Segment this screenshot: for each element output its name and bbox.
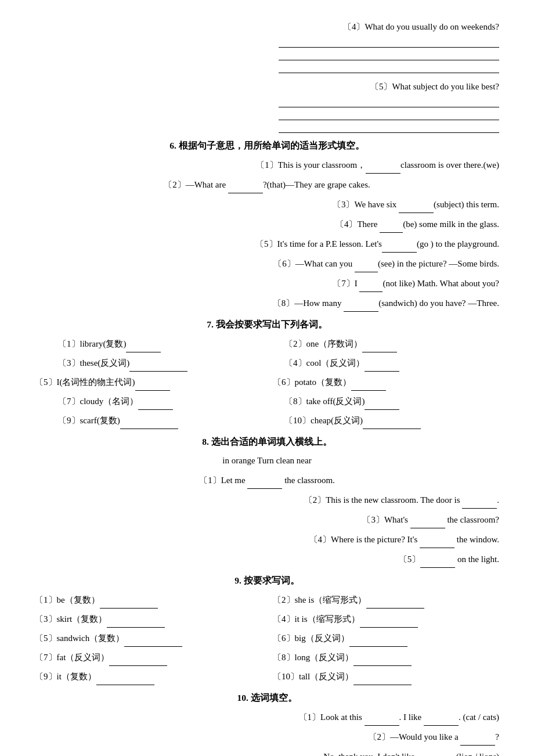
blank-7-9[interactable] xyxy=(120,411,178,429)
blank-9-9[interactable] xyxy=(96,667,154,685)
section9-item3-right: 〔6〕big（反义词） xyxy=(267,629,499,647)
section9-item1-right: 〔2〕she is（缩写形式） xyxy=(267,591,499,609)
section7-row5: 〔9〕scarf(复数) 〔10〕cheap(反义词) xyxy=(35,411,499,429)
section8-item4: 〔4〕Where is the picture? It's the window… xyxy=(35,530,499,548)
section7-item5-left: 〔9〕scarf(复数) xyxy=(35,411,279,429)
section9-item2-left: 〔3〕skirt（复数） xyxy=(35,610,267,628)
section9-item1-left: 〔1〕be（复数） xyxy=(35,591,267,609)
section9-row5: 〔9〕it（复数） 〔10〕tall（反义词） xyxy=(35,667,499,685)
section7-item3-left: 〔5〕I(名词性的物主代词) xyxy=(35,373,267,391)
section6-item6: 〔6〕—What can you (see) in the picture? —… xyxy=(35,254,499,272)
section10-item1: 〔1〕Look at this . I like . (cat / cats) xyxy=(35,708,499,726)
section7-row2: 〔3〕these(反义词) 〔4〕cool（反义词） xyxy=(35,354,499,372)
blank-8-1[interactable] xyxy=(247,471,282,489)
section6-title: 6. 根据句子意思，用所给单词的适当形式填空。 xyxy=(35,140,499,152)
q5-answer-line-1 xyxy=(279,97,499,107)
blank-10-2[interactable] xyxy=(460,728,495,746)
blank-7-7[interactable] xyxy=(138,392,173,410)
section9-row3: 〔5〕sandwich（复数） 〔6〕big（反义词） xyxy=(35,629,499,647)
q4-answer-line-3 xyxy=(279,63,499,73)
blank-6-6[interactable] xyxy=(355,254,378,272)
section10-item2b: —No, thank you. I don't like . (lion / l… xyxy=(35,747,499,756)
blank-9-8[interactable] xyxy=(353,648,412,666)
section6-item7: 〔7〕I (not like) Math. What about you? xyxy=(35,274,499,292)
blank-10-1b[interactable] xyxy=(424,708,459,726)
blank-9-4[interactable] xyxy=(360,610,418,628)
section6-block: 6. 根据句子意思，用所给单词的适当形式填空。 〔1〕This is your … xyxy=(35,140,499,312)
section6-item3: 〔3〕We have six (subject) this term. xyxy=(35,195,499,213)
blank-6-8[interactable] xyxy=(344,294,378,312)
section7-title: 7. 我会按要求写出下列各词。 xyxy=(35,319,499,331)
section6-item5: 〔5〕It's time for a P.E lesson. Let's (go… xyxy=(35,235,499,253)
section7-item4-left: 〔7〕cloudy（名词） xyxy=(35,392,279,410)
blank-8-2[interactable] xyxy=(462,491,497,509)
section7-item4-right: 〔8〕take off(反义词) xyxy=(279,392,499,410)
question-4-block: 〔4〕What do you usually do on weekends? xyxy=(35,19,499,73)
section10-block: 10. 选词填空。 〔1〕Look at this . I like . (ca… xyxy=(35,692,499,756)
section9-item4-left: 〔7〕fat（反义词） xyxy=(35,648,267,666)
q5-answer-line-3 xyxy=(279,123,499,133)
blank-8-4[interactable] xyxy=(420,530,454,548)
blank-7-2[interactable] xyxy=(362,334,397,352)
section7-item1-right: 〔2〕one（序数词） xyxy=(279,334,499,352)
blank-7-8[interactable] xyxy=(365,392,399,410)
page-content: 〔4〕What do you usually do on weekends? 〔… xyxy=(35,19,499,756)
section9-item5-right: 〔10〕tall（反义词） xyxy=(267,667,499,685)
section8-item5: 〔5〕 on the light. xyxy=(35,550,499,568)
q5-label: 〔5〕What subject do you like best? xyxy=(35,79,499,95)
section7-block: 7. 我会按要求写出下列各词。 〔1〕library(复数) 〔2〕one（序数… xyxy=(35,319,499,429)
blank-6-1[interactable] xyxy=(366,156,400,174)
section9-row2: 〔3〕skirt（复数） 〔4〕it is（缩写形式） xyxy=(35,610,499,628)
section7-row1: 〔1〕library(复数) 〔2〕one（序数词） xyxy=(35,334,499,352)
section8-item2: 〔2〕This is the new classroom. The door i… xyxy=(35,491,499,509)
section9-item5-left: 〔9〕it（复数） xyxy=(35,667,267,685)
section7-item5-right: 〔10〕cheap(反义词) xyxy=(279,411,499,429)
blank-6-4[interactable] xyxy=(380,215,403,233)
section6-item2: 〔2〕—What are ?(that)—They are grape cake… xyxy=(35,175,499,193)
blank-9-1[interactable] xyxy=(100,591,158,609)
section7-item3-right: 〔6〕potato（复数） xyxy=(267,373,499,391)
section6-item8: 〔8〕—How many (sandwich) do you have? —Th… xyxy=(35,294,499,312)
blank-9-7[interactable] xyxy=(109,648,167,666)
blank-8-3[interactable] xyxy=(410,510,445,528)
section6-item4: 〔4〕There (be) some milk in the glass. xyxy=(35,215,499,233)
blank-6-7[interactable] xyxy=(359,274,383,292)
blank-7-5[interactable] xyxy=(135,373,170,391)
blank-7-4[interactable] xyxy=(365,354,399,372)
section9-item4-right: 〔8〕long（反义词） xyxy=(267,648,499,666)
blank-8-5[interactable] xyxy=(420,550,455,568)
blank-6-5[interactable] xyxy=(382,235,417,253)
blank-10-2b[interactable] xyxy=(417,747,452,756)
section9-row4: 〔7〕fat（反义词） 〔8〕long（反义词） xyxy=(35,648,499,666)
section10-item2: 〔2〕—Would you like a ? xyxy=(35,728,499,746)
section7-item2-left: 〔3〕these(反义词) xyxy=(35,354,279,372)
blank-10-1a[interactable] xyxy=(365,708,399,726)
blank-7-10[interactable] xyxy=(363,411,421,429)
section7-item1-left: 〔1〕library(复数) xyxy=(35,334,279,352)
blank-9-10[interactable] xyxy=(353,667,412,685)
blank-6-3[interactable] xyxy=(399,195,434,213)
blank-6-2[interactable] xyxy=(228,175,263,193)
section7-item2-right: 〔4〕cool（反义词） xyxy=(279,354,499,372)
blank-9-5[interactable] xyxy=(124,629,182,647)
section8-word-bank: in orange Turn clean near xyxy=(35,452,499,469)
section8-title: 8. 选出合适的单词填入横线上。 xyxy=(35,436,499,448)
blank-9-3[interactable] xyxy=(107,610,165,628)
blank-7-6[interactable] xyxy=(351,373,386,391)
blank-9-6[interactable] xyxy=(349,629,407,647)
section9-title: 9. 按要求写词。 xyxy=(35,575,499,587)
section9-item3-left: 〔5〕sandwich（复数） xyxy=(35,629,267,647)
q4-answer-line-2 xyxy=(279,50,499,60)
section8-item3: 〔3〕What's the classroom? xyxy=(35,510,499,528)
blank-7-1[interactable] xyxy=(126,334,161,352)
q5-answer-line-2 xyxy=(279,110,499,120)
question-5-block: 〔5〕What subject do you like best? xyxy=(35,79,499,133)
section7-row4: 〔7〕cloudy（名词） 〔8〕take off(反义词) xyxy=(35,392,499,410)
section10-title: 10. 选词填空。 xyxy=(35,692,499,704)
blank-7-3[interactable] xyxy=(129,354,187,372)
section9-item2-right: 〔4〕it is（缩写形式） xyxy=(267,610,499,628)
section7-row3: 〔5〕I(名词性的物主代词) 〔6〕potato（复数） xyxy=(35,373,499,391)
blank-9-2[interactable] xyxy=(366,591,424,609)
q4-label: 〔4〕What do you usually do on weekends? xyxy=(35,19,499,35)
q4-answer-line-1 xyxy=(279,37,499,48)
